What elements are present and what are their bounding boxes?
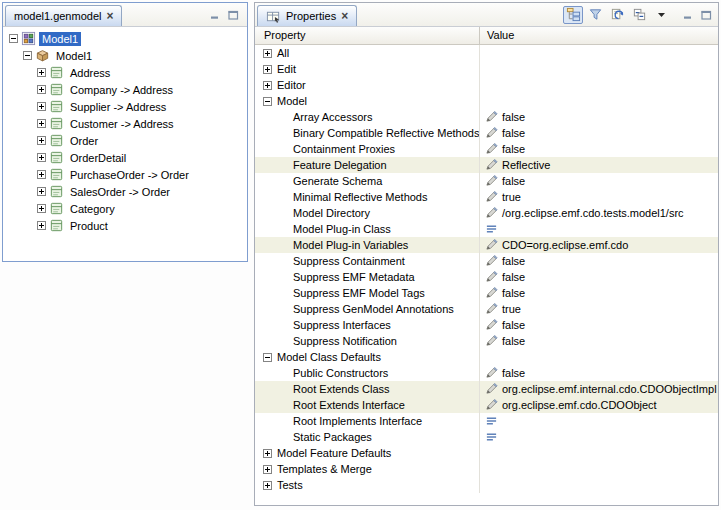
tree-item[interactable]: Company -> Address — [3, 81, 247, 98]
editor-maximize-button[interactable] — [226, 8, 241, 21]
tree-item-label[interactable]: Company -> Address — [67, 83, 176, 97]
property-row[interactable]: Model Plug-in VariablesCDO=org.eclipse.e… — [255, 237, 718, 253]
property-row[interactable]: Suppress GenModel Annotationstrue — [255, 301, 718, 317]
property-category-row[interactable]: All — [255, 45, 718, 61]
expand-icon[interactable] — [263, 65, 272, 74]
tree-item[interactable]: Category — [3, 200, 247, 217]
property-category-row[interactable]: Tests — [255, 477, 718, 493]
collapse-icon[interactable] — [263, 97, 272, 106]
expand-icon[interactable] — [263, 49, 272, 58]
property-row[interactable]: Array Accessorsfalse — [255, 109, 718, 125]
property-value-cell[interactable]: Reflective — [480, 157, 718, 173]
tree-item-label[interactable]: Customer -> Address — [67, 117, 177, 131]
tree-item-label[interactable]: SalesOrder -> Order — [67, 185, 173, 199]
property-row[interactable]: Public Constructorsfalse — [255, 365, 718, 381]
restore-default-value-button[interactable] — [607, 6, 627, 24]
expand-icon[interactable] — [37, 170, 46, 179]
collapse-icon[interactable] — [263, 353, 272, 362]
expand-icon[interactable] — [263, 465, 272, 474]
property-value-cell[interactable]: true — [480, 301, 718, 317]
property-row[interactable]: Model Plug-in Class — [255, 221, 718, 237]
property-value-cell[interactable]: org.eclipse.emf.cdo.CDOObject — [480, 397, 718, 413]
property-value-cell[interactable]: false — [480, 141, 718, 157]
editor-minimize-button[interactable] — [208, 8, 223, 21]
view-menu-button[interactable] — [651, 6, 671, 24]
property-category-row[interactable]: Edit — [255, 61, 718, 77]
collapse-icon[interactable] — [9, 34, 18, 43]
property-value-cell[interactable]: false — [480, 285, 718, 301]
expand-icon[interactable] — [37, 102, 46, 111]
expand-icon[interactable] — [37, 204, 46, 213]
property-value-cell[interactable]: false — [480, 365, 718, 381]
property-row[interactable]: Suppress Containmentfalse — [255, 253, 718, 269]
property-category-row[interactable]: Editor — [255, 77, 718, 93]
property-value-cell[interactable]: false — [480, 269, 718, 285]
property-value-cell[interactable]: false — [480, 109, 718, 125]
property-row[interactable]: Feature DelegationReflective — [255, 157, 718, 173]
tree-item[interactable]: Order — [3, 132, 247, 149]
properties-minimize-button[interactable] — [681, 8, 696, 21]
property-row[interactable]: Suppress Interfacesfalse — [255, 317, 718, 333]
property-row[interactable]: Suppress EMF Model Tagsfalse — [255, 285, 718, 301]
expand-icon[interactable] — [37, 153, 46, 162]
property-category-row[interactable]: Templates & Merge — [255, 461, 718, 477]
expand-icon[interactable] — [263, 81, 272, 90]
tree-item-label[interactable]: Address — [67, 66, 113, 80]
property-row[interactable]: Static Packages — [255, 429, 718, 445]
show-advanced-properties-button[interactable] — [585, 6, 605, 24]
property-value-cell[interactable]: false — [480, 317, 718, 333]
collapse-icon[interactable] — [23, 51, 32, 60]
close-icon[interactable]: × — [341, 11, 348, 21]
property-row[interactable]: Containment Proxiesfalse — [255, 141, 718, 157]
tree-item[interactable]: Supplier -> Address — [3, 98, 247, 115]
tree-item-label[interactable]: Order — [67, 134, 101, 148]
property-row[interactable]: Suppress Notificationfalse — [255, 333, 718, 349]
expand-icon[interactable] — [263, 481, 272, 490]
collapse-all-button[interactable] — [629, 6, 649, 24]
tree-item-label[interactable]: Model1 — [53, 49, 95, 63]
property-value-cell[interactable] — [480, 413, 718, 429]
property-row[interactable]: Root Extends Interfaceorg.eclipse.emf.cd… — [255, 397, 718, 413]
show-categories-button[interactable] — [563, 6, 583, 24]
tree-item[interactable]: Model1 — [3, 30, 247, 47]
property-value-cell[interactable] — [480, 221, 718, 237]
tab-properties[interactable]: Properties × — [257, 5, 357, 26]
tree-item[interactable]: PurchaseOrder -> Order — [3, 166, 247, 183]
tree-item[interactable]: Product — [3, 217, 247, 234]
tree-item[interactable]: SalesOrder -> Order — [3, 183, 247, 200]
tree-item-label[interactable]: OrderDetail — [67, 151, 129, 165]
tree-item-label[interactable]: Category — [67, 202, 118, 216]
property-row[interactable]: Minimal Reflective Methodstrue — [255, 189, 718, 205]
property-value-cell[interactable]: false — [480, 125, 718, 141]
tree-item[interactable]: Model1 — [3, 47, 247, 64]
property-value-cell[interactable]: false — [480, 253, 718, 269]
editor-tab-model1-genmodel[interactable]: model1.genmodel × — [5, 5, 122, 26]
property-row[interactable]: Suppress EMF Metadatafalse — [255, 269, 718, 285]
property-category-row[interactable]: Model Feature Defaults — [255, 445, 718, 461]
property-category-row[interactable]: Model Class Defaults — [255, 349, 718, 365]
expand-icon[interactable] — [37, 68, 46, 77]
tree-item[interactable]: Address — [3, 64, 247, 81]
property-row[interactable]: Model Directory/org.eclipse.emf.cdo.test… — [255, 205, 718, 221]
property-value-cell[interactable]: false — [480, 173, 718, 189]
expand-icon[interactable] — [37, 221, 46, 230]
expand-icon[interactable] — [37, 119, 46, 128]
expand-icon[interactable] — [37, 85, 46, 94]
property-row[interactable]: Root Extends Classorg.eclipse.emf.intern… — [255, 381, 718, 397]
tree-item[interactable]: Customer -> Address — [3, 115, 247, 132]
close-icon[interactable]: × — [106, 11, 113, 21]
property-row[interactable]: Binary Compatible Reflective Methodsfals… — [255, 125, 718, 141]
tree-item-label[interactable]: PurchaseOrder -> Order — [67, 168, 192, 182]
property-value-cell[interactable]: org.eclipse.emf.internal.cdo.CDOObjectIm… — [480, 381, 718, 397]
tree-item-label[interactable]: Model1 — [39, 32, 81, 46]
property-value-cell[interactable]: CDO=org.eclipse.emf.cdo — [480, 237, 718, 253]
properties-maximize-button[interactable] — [699, 8, 714, 21]
tree-item-label[interactable]: Supplier -> Address — [67, 100, 169, 114]
property-value-cell[interactable]: false — [480, 333, 718, 349]
expand-icon[interactable] — [37, 187, 46, 196]
property-row[interactable]: Root Implements Interface — [255, 413, 718, 429]
property-value-cell[interactable] — [480, 429, 718, 445]
property-value-cell[interactable]: true — [480, 189, 718, 205]
expand-icon[interactable] — [37, 136, 46, 145]
property-value-cell[interactable]: /org.eclipse.emf.cdo.tests.model1/src — [480, 205, 718, 221]
